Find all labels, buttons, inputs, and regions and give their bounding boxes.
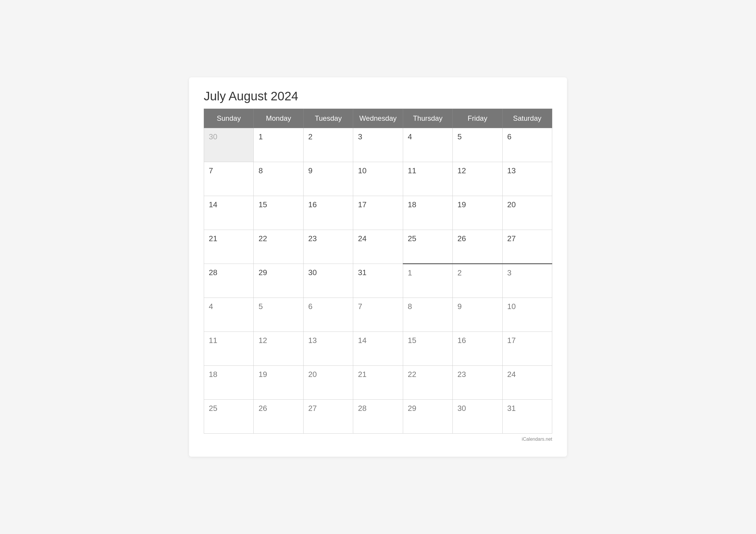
calendar-day[interactable]: 31 — [353, 264, 403, 298]
calendar-day[interactable]: 15 — [403, 332, 452, 366]
week-row-1: 78910111213 — [204, 162, 552, 196]
week-row-2: 14151617181920 — [204, 196, 552, 230]
calendar-day[interactable]: 21 — [204, 230, 254, 264]
calendar-day[interactable]: 14 — [204, 196, 254, 230]
calendar-day[interactable]: 9 — [303, 162, 353, 196]
calendar-day[interactable]: 11 — [403, 162, 452, 196]
calendar-day[interactable]: 10 — [353, 162, 403, 196]
calendar-day[interactable]: 30 — [204, 128, 254, 162]
calendar-body: 3012345678910111213141516171819202122232… — [204, 128, 552, 434]
week-row-0: 30123456 — [204, 128, 552, 162]
calendar-day[interactable]: 22 — [254, 230, 303, 264]
calendar-day[interactable]: 11 — [204, 332, 254, 366]
calendar-day[interactable]: 23 — [303, 230, 353, 264]
calendar-day[interactable]: 20 — [303, 366, 353, 400]
calendar-day[interactable]: 21 — [353, 366, 403, 400]
calendar-day[interactable]: 13 — [502, 162, 552, 196]
day-header-thursday: Thursday — [403, 109, 452, 128]
calendar-day[interactable]: 28 — [204, 264, 254, 298]
calendar-day[interactable]: 5 — [453, 128, 502, 162]
calendar-day[interactable]: 1 — [254, 128, 303, 162]
day-header-monday: Monday — [254, 109, 303, 128]
calendar-day[interactable]: 1 — [403, 264, 452, 298]
calendar-day[interactable]: 17 — [502, 332, 552, 366]
calendar-day[interactable]: 26 — [453, 230, 502, 264]
calendar-day[interactable]: 27 — [502, 230, 552, 264]
calendar-day[interactable]: 3 — [353, 128, 403, 162]
day-header-wednesday: Wednesday — [353, 109, 403, 128]
calendar-day[interactable]: 4 — [204, 298, 254, 332]
calendar-day[interactable]: 10 — [502, 298, 552, 332]
week-row-5: 45678910 — [204, 298, 552, 332]
calendar-day[interactable]: 13 — [303, 332, 353, 366]
week-row-7: 18192021222324 — [204, 366, 552, 400]
calendar-day[interactable]: 23 — [453, 366, 502, 400]
week-row-6: 11121314151617 — [204, 332, 552, 366]
calendar-day[interactable]: 6 — [502, 128, 552, 162]
calendar-day[interactable]: 8 — [254, 162, 303, 196]
calendar-day[interactable]: 2 — [453, 264, 502, 298]
day-header-saturday: Saturday — [502, 109, 552, 128]
calendar-day[interactable]: 24 — [353, 230, 403, 264]
calendar-day[interactable]: 18 — [403, 196, 452, 230]
calendar-day[interactable]: 29 — [254, 264, 303, 298]
calendar-day[interactable]: 5 — [254, 298, 303, 332]
calendar-day[interactable]: 4 — [403, 128, 452, 162]
calendar-day[interactable]: 28 — [353, 400, 403, 434]
calendar-title: July August 2024 — [204, 89, 552, 103]
calendar-day[interactable]: 7 — [353, 298, 403, 332]
calendar-day[interactable]: 19 — [453, 196, 502, 230]
calendar-day[interactable]: 30 — [453, 400, 502, 434]
calendar-day[interactable]: 12 — [453, 162, 502, 196]
calendar-day[interactable]: 26 — [254, 400, 303, 434]
calendar-day[interactable]: 29 — [403, 400, 452, 434]
calendar-day[interactable]: 14 — [353, 332, 403, 366]
calendar-day[interactable]: 8 — [403, 298, 452, 332]
calendar-day[interactable]: 17 — [353, 196, 403, 230]
calendar-day[interactable]: 9 — [453, 298, 502, 332]
week-row-3: 21222324252627 — [204, 230, 552, 264]
calendar-day[interactable]: 16 — [303, 196, 353, 230]
calendar-day[interactable]: 31 — [502, 400, 552, 434]
calendar-day[interactable]: 30 — [303, 264, 353, 298]
calendar-day[interactable]: 15 — [254, 196, 303, 230]
calendar-day[interactable]: 16 — [453, 332, 502, 366]
footer: iCalendars.net — [204, 437, 552, 442]
calendar-header: SundayMondayTuesdayWednesdayThursdayFrid… — [204, 109, 552, 128]
calendar-container: July August 2024 SundayMondayTuesdayWedn… — [189, 77, 567, 457]
calendar-day[interactable]: 24 — [502, 366, 552, 400]
day-header-tuesday: Tuesday — [303, 109, 353, 128]
calendar-day[interactable]: 3 — [502, 264, 552, 298]
day-header-friday: Friday — [453, 109, 502, 128]
week-row-4: 28293031123 — [204, 264, 552, 298]
day-header-sunday: Sunday — [204, 109, 254, 128]
calendar-day[interactable]: 2 — [303, 128, 353, 162]
calendar-day[interactable]: 25 — [403, 230, 452, 264]
calendar-day[interactable]: 27 — [303, 400, 353, 434]
calendar-day[interactable]: 25 — [204, 400, 254, 434]
calendar-day[interactable]: 12 — [254, 332, 303, 366]
calendar-day[interactable]: 18 — [204, 366, 254, 400]
calendar-day[interactable]: 20 — [502, 196, 552, 230]
calendar-day[interactable]: 6 — [303, 298, 353, 332]
week-row-8: 25262728293031 — [204, 400, 552, 434]
calendar-day[interactable]: 7 — [204, 162, 254, 196]
days-of-week-row: SundayMondayTuesdayWednesdayThursdayFrid… — [204, 109, 552, 128]
calendar-day[interactable]: 22 — [403, 366, 452, 400]
calendar-day[interactable]: 19 — [254, 366, 303, 400]
calendar-table: SundayMondayTuesdayWednesdayThursdayFrid… — [204, 109, 552, 434]
